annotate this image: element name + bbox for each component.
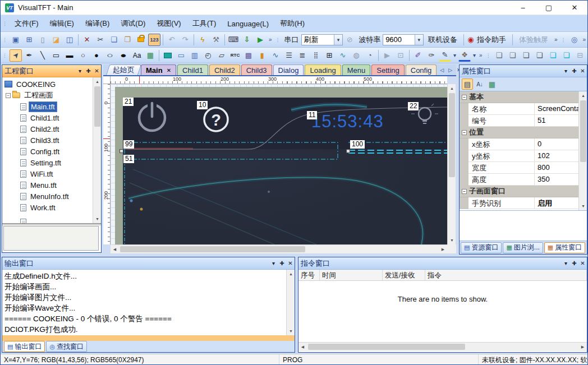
column-header-seq[interactable]: 序号 <box>298 270 320 280</box>
categorized-view-icon[interactable]: ▤ <box>462 78 473 90</box>
tab-start-page[interactable]: 起始页 <box>106 64 141 75</box>
close-icon[interactable]: ✕ <box>578 67 587 76</box>
new-file-icon[interactable]: ▯ <box>36 34 49 46</box>
scroll-up-icon[interactable]: ▲ <box>287 270 295 278</box>
scroll-left-icon[interactable]: ◀ <box>111 245 119 253</box>
tree-item-child2-tft[interactable]: Child2.tft <box>20 123 61 135</box>
copy-icon[interactable]: ❏ <box>108 34 120 46</box>
command-hscrollbar[interactable]: ◀ ▶ <box>298 342 587 351</box>
redo-icon[interactable]: ↷ <box>179 34 191 46</box>
minimize-button[interactable]: – <box>510 1 536 15</box>
menu-debug[interactable]: 调试(D) <box>115 17 151 30</box>
scroll-up-icon[interactable]: ▲ <box>93 77 101 86</box>
property-row[interactable]: 高度350 <box>460 174 587 186</box>
command-assistant-button[interactable]: 指令助手 <box>476 34 511 46</box>
send-backward-icon[interactable]: ❏ <box>534 49 546 62</box>
tools-icon[interactable]: ⚒ <box>210 34 222 46</box>
scroll-thumb[interactable] <box>94 86 100 127</box>
scroll-right-icon[interactable]: ▶ <box>578 343 587 351</box>
toolbar-overflow-icon[interactable]: » <box>554 36 558 43</box>
chevron-down-icon[interactable]: ▾ <box>473 52 476 58</box>
tree-item-menuinfo-tft[interactable]: MenuInfo.tft <box>20 191 71 202</box>
pin-icon[interactable]: ✚ <box>278 259 286 268</box>
property-row[interactable]: 手势识别启用 <box>460 197 587 209</box>
run-icon[interactable]: ▶ <box>254 34 267 46</box>
tab-setting[interactable]: Setting <box>371 64 404 75</box>
new-project-icon[interactable]: ▣ <box>10 34 22 46</box>
scroll-down-icon[interactable]: ▼ <box>448 236 456 244</box>
download-load-icon[interactable]: ⇩ <box>241 34 253 46</box>
menu-view[interactable]: 视图(V) <box>151 17 186 30</box>
tab-find-window[interactable]: ◎查找窗口 <box>46 341 87 352</box>
align-left-icon[interactable]: ⊟ <box>574 49 586 62</box>
menu-language[interactable]: Language(L) <box>222 17 274 30</box>
tree-item-screens-folder[interactable]: −工程画面 <box>6 90 55 101</box>
delete-icon[interactable]: ✕ <box>81 34 93 46</box>
brush-icon[interactable]: ✐ <box>412 49 424 62</box>
scroll-right-icon[interactable]: ▶ <box>439 245 447 253</box>
alphabetical-sort-icon[interactable]: A↓ <box>474 78 485 90</box>
pin-icon[interactable]: ✚ <box>84 67 93 76</box>
design-canvas[interactable]: ? 15:53:43 21 10 11 22 99 <box>111 84 447 244</box>
tab-child1[interactable]: Child1 <box>177 64 208 75</box>
column-header-command[interactable]: 指令 <box>425 270 587 280</box>
chevron-down-icon[interactable]: ▾ <box>269 259 278 268</box>
fill-color-icon[interactable]: ❖ <box>458 49 471 62</box>
tab-close-icon[interactable]: ✕ <box>167 67 171 73</box>
collapse-icon[interactable]: − <box>462 130 467 135</box>
line-tool-icon[interactable]: ╲ <box>36 49 49 62</box>
filled-rect-tool-icon[interactable]: ▬ <box>63 49 76 62</box>
tab-child2[interactable]: Child2 <box>209 64 240 75</box>
menulist-widget-icon[interactable]: ≣ <box>296 49 309 62</box>
tab-loading[interactable]: Loading <box>305 64 341 75</box>
chevron-down-icon[interactable]: ▾ <box>76 67 84 76</box>
video-widget-icon[interactable]: ▩ <box>242 49 255 62</box>
tree-item-project-root[interactable]: COOKEING <box>4 78 57 90</box>
ellipse-tool-icon[interactable]: ○ <box>104 49 116 62</box>
collapse-icon[interactable]: − <box>462 95 467 100</box>
tab-properties-window[interactable]: ▦属性窗口 <box>544 242 585 253</box>
scroll-down-icon[interactable]: ▼ <box>287 327 295 335</box>
curve-widget-icon[interactable]: ∿ <box>337 49 349 62</box>
scroll-up-icon[interactable]: ▲ <box>579 91 587 100</box>
table-widget-icon[interactable]: ⊞ <box>323 49 336 62</box>
layer-bottom-icon[interactable]: ❏ <box>561 49 573 62</box>
trafficlight-widget-icon[interactable]: ▮ <box>256 49 268 62</box>
scroll-thumb[interactable] <box>580 100 586 162</box>
list-widget-icon[interactable]: ☰ <box>283 49 295 62</box>
chevron-down-icon[interactable]: ▾ <box>334 35 342 45</box>
tab-scroll-left-icon[interactable]: ◁ <box>438 66 446 75</box>
toolbar-overflow-icon[interactable]: » <box>582 36 586 43</box>
open-icon[interactable]: ◪ <box>50 34 62 46</box>
tree-item-partial[interactable] <box>20 216 29 223</box>
property-section[interactable]: −基本 <box>460 91 587 103</box>
slider-widget-icon[interactable]: ▱ <box>215 49 228 62</box>
tab-resource-window[interactable]: ▤资源窗口 <box>461 242 502 253</box>
property-row[interactable]: 编号51 <box>460 115 587 127</box>
column-header-sendrecv[interactable]: 发送/接收 <box>383 270 425 280</box>
screen-design-surface[interactable]: ? 15:53:43 21 10 11 22 99 <box>123 98 447 244</box>
tab-scroll-right-icon[interactable]: ▷ <box>446 66 454 75</box>
property-row[interactable]: x坐标0 <box>460 138 587 150</box>
scroll-thumb[interactable] <box>308 344 465 350</box>
property-section[interactable]: −位置 <box>460 127 587 138</box>
tree-item-child3-tft[interactable]: Child3.tft <box>20 135 61 146</box>
tree-scrollbar[interactable]: ▲ ▼ <box>93 77 101 223</box>
panel-widget-icon[interactable]: ⊡ <box>394 49 407 62</box>
lock-icon[interactable] <box>135 34 147 46</box>
collapse-icon[interactable]: − <box>462 189 467 194</box>
virtual-screen-icon[interactable]: ⌨ <box>227 34 240 46</box>
baud-rate-select[interactable]: 9600 ▾ <box>383 34 424 45</box>
scroll-down-icon[interactable]: ▼ <box>93 215 101 223</box>
pencil-color-icon[interactable]: ✎ <box>439 49 451 62</box>
toolbar-overflow-icon[interactable]: » <box>479 52 483 58</box>
output-scrollbar[interactable]: ▲ ▼ <box>286 270 295 335</box>
tab-menu[interactable]: Menu <box>342 64 371 75</box>
tab-child3[interactable]: Child3 <box>241 64 272 75</box>
tree-item-child1-tft[interactable]: Child1.tft <box>20 112 61 123</box>
tab-picture-browser[interactable]: ▦图片浏... <box>503 242 543 253</box>
rtc-widget-icon[interactable]: RTC <box>229 49 241 62</box>
close-icon[interactable]: ✕ <box>93 67 101 76</box>
filled-ellipse-tool-icon[interactable]: ● <box>117 49 130 62</box>
tab-config[interactable]: Config <box>406 64 437 75</box>
